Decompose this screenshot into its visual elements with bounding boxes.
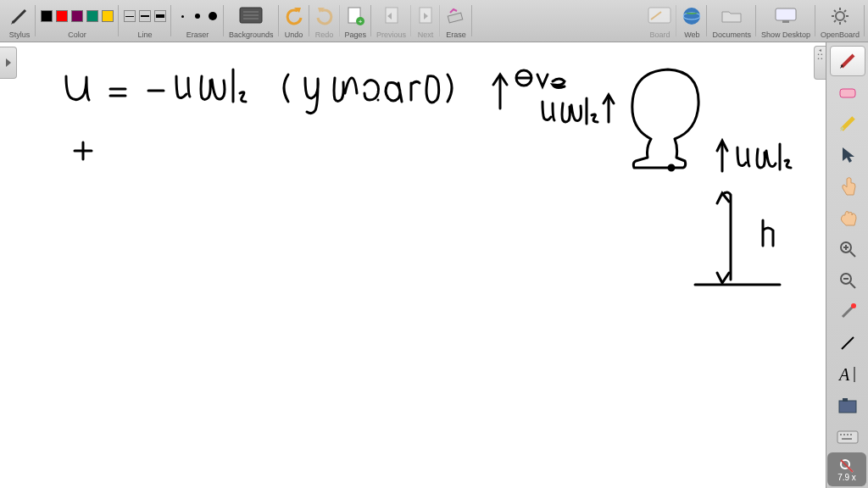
svg-text:A: A bbox=[837, 365, 850, 384]
redo-group[interactable]: Redo bbox=[309, 0, 340, 42]
svg-rect-20 bbox=[776, 8, 796, 20]
svg-point-18 bbox=[683, 8, 700, 25]
documents-group[interactable]: Documents bbox=[707, 0, 756, 42]
zoom-value: 7.9 x bbox=[837, 473, 856, 482]
board-icon bbox=[648, 7, 671, 25]
svg-line-27 bbox=[834, 10, 836, 12]
tool-dock: A bbox=[826, 42, 868, 488]
backgrounds-label: Backgrounds bbox=[229, 30, 274, 39]
grab-tool[interactable] bbox=[830, 202, 865, 233]
svg-marker-48 bbox=[843, 147, 854, 163]
color-swatch-black[interactable] bbox=[41, 10, 53, 22]
next-page-icon bbox=[416, 6, 435, 26]
redo-icon bbox=[314, 6, 335, 26]
keyboard-tool[interactable] bbox=[830, 422, 865, 452]
previous-group[interactable]: Previous bbox=[371, 0, 411, 42]
openboard-group[interactable]: OpenBoard bbox=[815, 0, 865, 42]
line-label: Line bbox=[137, 30, 152, 39]
line-thin[interactable] bbox=[124, 10, 136, 22]
eraser-size-group: Eraser bbox=[171, 0, 224, 42]
svg-line-28 bbox=[844, 20, 846, 22]
top-toolbar: Stylus Color Line Eraser Backgro bbox=[0, 0, 868, 42]
eraser-small[interactable] bbox=[176, 10, 188, 22]
eraser-tool[interactable] bbox=[830, 77, 865, 108]
svg-rect-64 bbox=[840, 434, 842, 435]
board-group[interactable]: Board bbox=[643, 0, 676, 42]
line-icon bbox=[838, 334, 857, 352]
arrow-cursor-icon bbox=[839, 146, 856, 164]
svg-line-0 bbox=[13, 10, 25, 23]
svg-text:+: + bbox=[359, 18, 363, 25]
pages-label: Pages bbox=[345, 30, 367, 39]
show-desktop-group[interactable]: Show Desktop bbox=[756, 0, 815, 42]
svg-rect-21 bbox=[782, 20, 789, 23]
color-label: Color bbox=[68, 30, 86, 39]
folder-icon bbox=[721, 7, 743, 25]
zoom-out-tool[interactable] bbox=[830, 265, 865, 296]
color-swatch-teal[interactable] bbox=[86, 10, 98, 22]
selector-tool[interactable] bbox=[830, 140, 865, 170]
svg-rect-45 bbox=[840, 89, 855, 97]
line-tool[interactable] bbox=[830, 328, 865, 358]
zoom-out-icon bbox=[838, 271, 857, 290]
svg-line-29 bbox=[834, 20, 836, 22]
svg-point-22 bbox=[836, 12, 844, 20]
web-label: Web bbox=[684, 30, 699, 39]
color-swatch-purple[interactable] bbox=[71, 10, 83, 22]
finger-tool[interactable] bbox=[830, 171, 865, 202]
svg-rect-68 bbox=[842, 438, 852, 440]
pen-icon bbox=[837, 50, 859, 72]
right-panel-toggle[interactable]: ◂• •• • bbox=[814, 46, 826, 80]
line-group: Line bbox=[119, 0, 171, 42]
eraser-label: Eraser bbox=[186, 30, 209, 39]
text-tool[interactable]: A bbox=[830, 359, 865, 390]
eraser-med[interactable] bbox=[192, 10, 203, 22]
undo-icon bbox=[284, 6, 304, 26]
text-icon: A bbox=[837, 365, 858, 384]
laser-tool[interactable] bbox=[830, 297, 865, 327]
erase-icon bbox=[445, 6, 467, 26]
eraser-icon bbox=[837, 84, 858, 101]
svg-line-46 bbox=[842, 118, 854, 130]
backgrounds-group[interactable]: Backgrounds bbox=[224, 0, 279, 42]
previous-label: Previous bbox=[376, 30, 406, 39]
pages-group[interactable]: + Pages bbox=[340, 0, 372, 42]
line-med[interactable] bbox=[139, 10, 151, 22]
pages-icon: + bbox=[345, 6, 365, 26]
highlighter-icon bbox=[837, 113, 859, 135]
svg-rect-65 bbox=[843, 434, 845, 435]
svg-rect-16 bbox=[648, 8, 670, 23]
capture-tool[interactable] bbox=[830, 391, 865, 421]
zoom-in-tool[interactable] bbox=[830, 234, 865, 264]
pen-tool[interactable] bbox=[830, 46, 865, 76]
svg-point-57 bbox=[851, 303, 856, 308]
zoom-in-icon bbox=[838, 240, 857, 258]
svg-line-58 bbox=[842, 337, 854, 349]
svg-rect-15 bbox=[448, 13, 463, 23]
svg-point-38 bbox=[669, 165, 674, 170]
svg-line-50 bbox=[850, 252, 855, 257]
color-group: Color bbox=[36, 0, 119, 42]
svg-rect-63 bbox=[837, 431, 858, 443]
svg-line-71 bbox=[841, 460, 853, 472]
eraser-large[interactable] bbox=[207, 10, 219, 22]
laser-icon bbox=[837, 302, 858, 322]
web-group[interactable]: Web bbox=[676, 0, 707, 42]
line-thick[interactable] bbox=[154, 10, 166, 22]
color-swatch-red[interactable] bbox=[56, 10, 68, 22]
openboard-label: OpenBoard bbox=[821, 30, 860, 39]
svg-rect-62 bbox=[843, 398, 848, 402]
color-swatch-yellow[interactable] bbox=[102, 10, 114, 22]
erase-group[interactable]: Erase bbox=[440, 0, 472, 42]
undo-group[interactable]: Undo bbox=[279, 0, 309, 42]
highlighter-tool[interactable] bbox=[830, 108, 865, 139]
left-panel-toggle[interactable] bbox=[0, 47, 17, 79]
hand-grab-icon bbox=[837, 208, 858, 227]
keyboard-icon bbox=[837, 430, 859, 444]
stylus-icon[interactable] bbox=[8, 5, 31, 27]
zoom-indicator[interactable]: 7.9 x bbox=[827, 452, 866, 486]
whiteboard-canvas[interactable] bbox=[0, 42, 868, 488]
next-group[interactable]: Next bbox=[411, 0, 440, 42]
gear-icon bbox=[830, 6, 850, 26]
show-desktop-label: Show Desktop bbox=[761, 30, 810, 39]
